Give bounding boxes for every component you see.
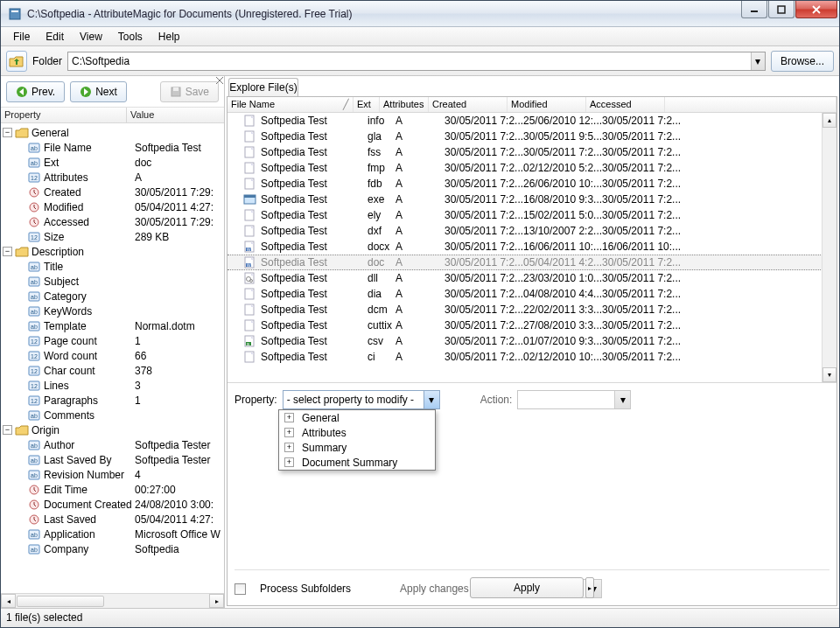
next-button[interactable]: Next: [70, 81, 127, 102]
prop-row[interactable]: 12Paragraphs1: [1, 393, 224, 408]
file-row[interactable]: Softpedia TestinfoA30/05/2011 7:2...25/0…: [228, 113, 836, 129]
menu-help[interactable]: Help: [151, 29, 187, 45]
col-accessed[interactable]: Accessed: [586, 97, 665, 112]
browse-button[interactable]: Browse...: [771, 51, 834, 72]
properties-tree[interactable]: −GeneralabFile NameSoftpedia TestabExtdo…: [1, 123, 224, 593]
expand-icon[interactable]: +: [284, 457, 294, 467]
col-modified[interactable]: Modified: [508, 97, 586, 112]
panel-close-icon[interactable]: [215, 76, 224, 85]
file-row[interactable]: Softpedia TestdiaA30/05/2011 7:2...04/08…: [228, 286, 836, 302]
close-button[interactable]: [795, 1, 837, 18]
prop-row[interactable]: abFile NameSoftpedia Test: [1, 140, 224, 155]
process-subfolders-checkbox[interactable]: [234, 583, 246, 595]
expand-icon[interactable]: +: [284, 443, 294, 452]
file-row[interactable]: Softpedia TestdllA30/05/2011 7:2...23/03…: [228, 270, 836, 286]
scroll-up-icon[interactable]: ▴: [822, 113, 836, 128]
col-property[interactable]: Property: [1, 108, 127, 122]
col-ext[interactable]: Ext: [354, 97, 380, 112]
prev-button[interactable]: Prev.: [6, 81, 65, 102]
dropdown-item[interactable]: +General: [279, 410, 435, 425]
col-filename[interactable]: File Name╱: [228, 97, 354, 112]
prop-row[interactable]: 12Size289 KB: [1, 229, 224, 244]
dropdown-item[interactable]: +Summary: [279, 440, 435, 455]
menu-edit[interactable]: Edit: [38, 29, 71, 45]
dropdown-item[interactable]: +Attributes: [279, 425, 435, 440]
prop-row[interactable]: abTitle: [1, 259, 224, 274]
collapse-icon[interactable]: −: [3, 128, 12, 137]
file-row[interactable]: Softpedia TestciA30/05/2011 7:2...02/12/…: [228, 349, 836, 365]
dropdown-item[interactable]: +Document Summary: [279, 455, 435, 470]
expand-icon[interactable]: +: [284, 428, 294, 437]
prop-row[interactable]: abLast Saved BySoftpedia Tester: [1, 452, 224, 467]
file-row[interactable]: Softpedia TestelyA30/05/2011 7:2...15/02…: [228, 207, 836, 223]
file-accessed: 30/05/2011 7:2...: [602, 288, 681, 300]
file-row[interactable]: Softpedia TestcuttixA30/05/2011 7:2...27…: [228, 317, 836, 333]
file-row[interactable]: aSoftpedia TestcsvA30/05/2011 7:2...01/0…: [228, 333, 836, 349]
prop-row[interactable]: Created30/05/2011 7:29:: [1, 185, 224, 199]
folder-up-button[interactable]: [6, 51, 27, 72]
apply-button[interactable]: Apply: [470, 577, 584, 598]
property-dropdown[interactable]: +General+Attributes+Summary+Document Sum…: [278, 409, 436, 471]
action-combo[interactable]: ▾: [517, 390, 631, 409]
prop-row[interactable]: abComments: [1, 408, 224, 422]
group-origin[interactable]: −Origin: [1, 422, 224, 437]
prop-row[interactable]: abTemplateNormal.dotm: [1, 318, 224, 333]
file-row[interactable]: Softpedia TestfmpA30/05/2011 7:2...02/12…: [228, 160, 836, 176]
file-row[interactable]: Softpedia TestdxfA30/05/2011 7:2...13/10…: [228, 223, 836, 239]
tab-explore-files[interactable]: Explore File(s): [228, 78, 298, 96]
prop-row[interactable]: Accessed30/05/2011 7:29:: [1, 214, 224, 229]
prop-row[interactable]: 12Page count1: [1, 333, 224, 348]
file-row[interactable]: Softpedia TestfssA30/05/2011 7:2...30/05…: [228, 144, 836, 160]
prop-icon: ab: [27, 290, 41, 303]
file-attr: A: [396, 304, 444, 316]
col-value[interactable]: Value: [127, 108, 158, 122]
prop-row[interactable]: abSubject: [1, 274, 224, 289]
expand-icon[interactable]: +: [284, 413, 294, 422]
minimize-button[interactable]: [741, 1, 767, 18]
menu-tools[interactable]: Tools: [111, 29, 150, 45]
prop-row[interactable]: abCompanySoftpedia: [1, 541, 224, 556]
chevron-down-icon[interactable]: ▾: [751, 52, 765, 70]
file-row[interactable]: Softpedia TestdcmA30/05/2011 7:2...22/02…: [228, 302, 836, 317]
prop-row[interactable]: abExtdoc: [1, 155, 224, 170]
vertical-scrollbar[interactable]: ▴ ▾: [822, 113, 836, 382]
prop-row[interactable]: abApplicationMicrosoft Office W: [1, 527, 224, 541]
file-row[interactable]: Softpedia TestexeA30/05/2011 7:2...16/08…: [228, 192, 836, 207]
collapse-icon[interactable]: −: [3, 425, 12, 435]
file-row[interactable]: WSoftpedia TestdocxA30/05/2011 7:2...16/…: [228, 239, 836, 255]
prop-row[interactable]: 12Lines3: [1, 378, 224, 393]
prop-row[interactable]: Last Saved05/04/2011 4:27:: [1, 512, 224, 527]
prop-row[interactable]: 12Char count378: [1, 363, 224, 378]
chevron-down-icon[interactable]: ▾: [614, 391, 630, 408]
file-row[interactable]: WSoftpedia TestdocA30/05/2011 7:2...05/0…: [228, 255, 836, 270]
group-general[interactable]: −General: [1, 125, 224, 140]
file-row[interactable]: Softpedia TestglaA30/05/2011 7:2...30/05…: [228, 129, 836, 144]
prop-row[interactable]: Document Created24/08/2010 3:00:: [1, 497, 224, 512]
prop-row[interactable]: Edit Time00:27:00: [1, 482, 224, 497]
prop-row[interactable]: Modified05/04/2011 4:27:: [1, 199, 224, 214]
save-button[interactable]: Save: [160, 81, 219, 102]
collapse-icon[interactable]: −: [3, 247, 12, 256]
scroll-down-icon[interactable]: ▾: [822, 367, 836, 382]
file-list[interactable]: ▴ ▾ Softpedia TestinfoA30/05/2011 7:2...…: [228, 113, 836, 382]
group-description[interactable]: −Description: [1, 244, 224, 259]
col-attributes[interactable]: Attributes: [380, 97, 429, 112]
titlebar[interactable]: C:\Softpedia - AttributeMagic for Docume…: [1, 1, 839, 27]
prop-row[interactable]: 12Word count66: [1, 348, 224, 363]
apply-dropdown-button[interactable]: ▸: [585, 577, 594, 598]
property-combo[interactable]: - select property to modify - ▾: [283, 390, 440, 409]
folder-path-combo[interactable]: C:\Softpedia ▾: [67, 52, 766, 71]
maximize-button[interactable]: [768, 1, 794, 18]
prop-row[interactable]: abCategory: [1, 289, 224, 304]
chevron-down-icon[interactable]: ▾: [424, 391, 439, 408]
prop-row[interactable]: abKeyWords: [1, 304, 224, 318]
menu-view[interactable]: View: [73, 29, 109, 45]
prop-row[interactable]: abRevision Number4: [1, 467, 224, 482]
col-created[interactable]: Created: [429, 97, 508, 112]
modify-panel: Property: - select property to modify - …: [228, 382, 836, 605]
horizontal-scrollbar[interactable]: ◂ ▸: [1, 593, 224, 608]
menu-file[interactable]: File: [6, 29, 37, 45]
prop-row[interactable]: 12AttributesA: [1, 170, 224, 185]
prop-row[interactable]: abAuthorSoftpedia Tester: [1, 437, 224, 452]
file-row[interactable]: Softpedia TestfdbA30/05/2011 7:2...26/06…: [228, 176, 836, 192]
